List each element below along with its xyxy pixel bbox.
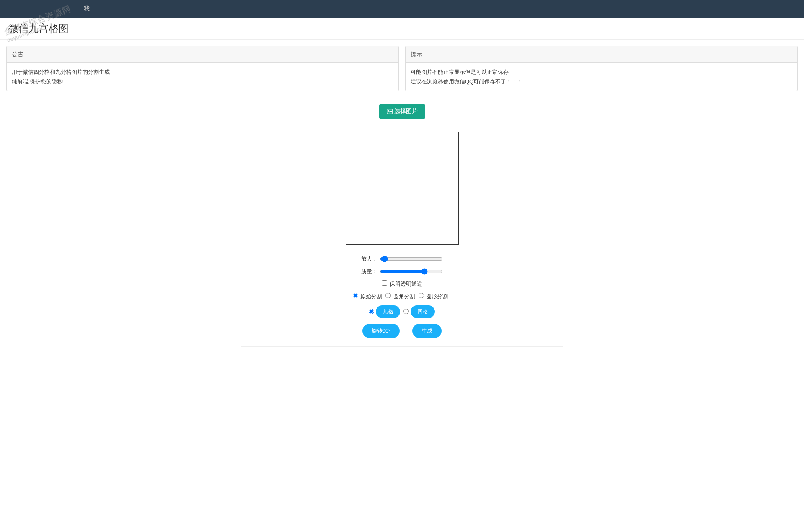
split-original-option[interactable]: 原始分割 <box>353 293 383 300</box>
controls-panel: 放大： 质量： 保留透明通道 原始分割 圆角分割 圆形分割 九格 <box>241 251 563 347</box>
notice-line-2: 纯前端,保护您的隐私! <box>12 77 393 86</box>
page-title: 微信九宫格图 <box>8 22 796 35</box>
tip-line-1: 可能图片不能正常显示但是可以正常保存 <box>411 67 792 77</box>
grid9-option[interactable]: 九格 <box>369 305 401 318</box>
grid-count-row: 九格 四格 <box>248 305 557 318</box>
rotate-button[interactable]: 旋转90° <box>362 324 400 338</box>
grid4-button[interactable]: 四格 <box>411 305 435 318</box>
page-header: 微信九宫格图 <box>0 18 804 40</box>
zoom-row: 放大： <box>248 255 557 263</box>
card-tip-header: 提示 <box>406 46 797 63</box>
upload-row: 选择图片 <box>0 98 804 125</box>
alpha-row: 保留透明通道 <box>248 280 557 288</box>
keep-alpha-checkbox[interactable] <box>382 280 387 286</box>
card-tip-body: 可能图片不能正常显示但是可以正常保存 建议在浏览器使用微信QQ可能保存不了！！！ <box>406 63 797 91</box>
grid4-option[interactable]: 四格 <box>403 305 436 318</box>
select-image-label: 选择图片 <box>394 108 418 115</box>
quality-row: 质量： <box>248 268 557 275</box>
zoom-label: 放大： <box>361 255 377 263</box>
navbar-brand <box>6 0 67 18</box>
nav-link-me[interactable]: 我 <box>78 5 96 13</box>
split-rounded-label: 圆角分割 <box>393 293 415 300</box>
action-buttons-row: 旋转90° 生成 <box>248 324 557 338</box>
grid9-radio[interactable] <box>369 309 374 314</box>
image-preview-box[interactable] <box>346 132 459 245</box>
split-original-label: 原始分割 <box>360 293 382 300</box>
card-notice-body: 用于微信四分格和九分格图片的分割生成 纯前端,保护您的隐私! <box>7 63 398 91</box>
top-navbar: 我 <box>0 0 804 18</box>
card-notice: 公告 用于微信四分格和九分格图片的分割生成 纯前端,保护您的隐私! <box>6 46 399 91</box>
card-notice-header: 公告 <box>7 46 398 63</box>
svg-point-1 <box>388 110 389 111</box>
split-circle-label: 圆形分割 <box>426 293 448 300</box>
tip-line-2: 建议在浏览器使用微信QQ可能保存不了！！！ <box>411 77 792 86</box>
generate-button[interactable]: 生成 <box>412 324 442 338</box>
split-mode-row: 原始分割 圆角分割 圆形分割 <box>248 293 557 300</box>
split-circle-radio[interactable] <box>419 293 424 298</box>
split-original-radio[interactable] <box>353 293 358 298</box>
info-cards-row: 公告 用于微信四分格和九分格图片的分割生成 纯前端,保护您的隐私! 提示 可能图… <box>0 40 804 98</box>
split-rounded-option[interactable]: 圆角分割 <box>385 293 415 300</box>
notice-line-1: 用于微信四分格和九分格图片的分割生成 <box>12 67 393 77</box>
grid9-button[interactable]: 九格 <box>376 305 400 318</box>
quality-slider[interactable] <box>380 268 443 275</box>
split-circle-option[interactable]: 圆形分割 <box>419 293 448 300</box>
quality-label: 质量： <box>361 268 377 275</box>
card-tip: 提示 可能图片不能正常显示但是可以正常保存 建议在浏览器使用微信QQ可能保存不了… <box>405 46 798 91</box>
keep-alpha-label: 保留透明通道 <box>390 281 422 287</box>
keep-alpha-option[interactable]: 保留透明通道 <box>382 280 422 288</box>
split-rounded-radio[interactable] <box>385 293 391 298</box>
image-icon <box>387 109 393 114</box>
grid4-radio[interactable] <box>403 309 409 314</box>
zoom-slider[interactable] <box>380 256 443 262</box>
select-image-button[interactable]: 选择图片 <box>379 104 425 119</box>
